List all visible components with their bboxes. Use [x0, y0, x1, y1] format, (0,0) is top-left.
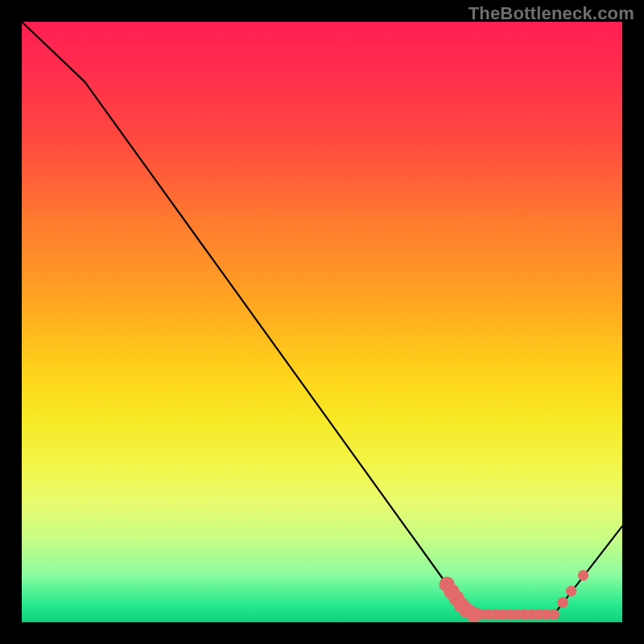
chart-frame: TheBottleneck.com — [0, 0, 644, 644]
marker-dot — [557, 597, 568, 608]
watermark-label: TheBottleneck.com — [469, 3, 634, 24]
highlight-markers — [440, 570, 589, 622]
bottleneck-curve-line — [22, 22, 622, 614]
marker-dot — [548, 609, 559, 620]
marker-dot — [566, 586, 576, 597]
marker-dot — [578, 570, 588, 580]
chart-svg — [22, 22, 622, 622]
plot-area — [22, 22, 622, 622]
